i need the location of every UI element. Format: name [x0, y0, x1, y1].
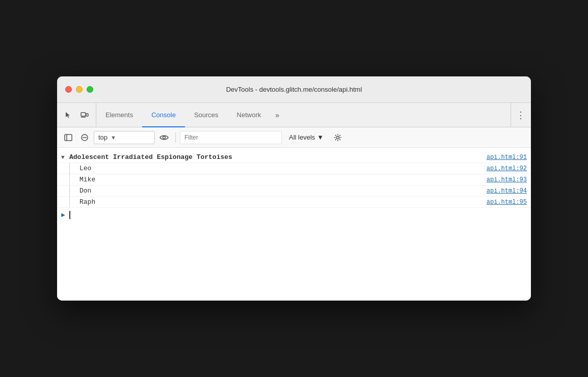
minimize-button[interactable] — [76, 86, 83, 93]
maximize-button[interactable] — [87, 86, 93, 93]
tabbar-right: ⋮ — [511, 103, 531, 127]
more-tabs-button[interactable]: » — [270, 103, 284, 127]
levels-label: All levels — [289, 133, 315, 141]
svg-rect-3 — [65, 134, 72, 141]
group-source-link[interactable]: api.html:91 — [487, 154, 527, 161]
options-button[interactable]: ⋮ — [516, 110, 526, 121]
tabs: Elements Console Sources Network » — [96, 103, 511, 127]
traffic-lights — [65, 86, 93, 93]
tab-elements[interactable]: Elements — [96, 103, 142, 127]
devtools-window: DevTools - devtools.glitch.me/console/ap… — [57, 76, 531, 301]
tabbar: Elements Console Sources Network » ⋮ — [57, 103, 531, 127]
context-arrow-icon: ▼ — [111, 134, 116, 141]
log-item-raph-text: Raph — [71, 198, 487, 206]
indent-line — [69, 174, 70, 185]
log-item-mike-text: Mike — [71, 176, 487, 183]
close-button[interactable] — [65, 86, 72, 93]
indent-line — [69, 163, 70, 174]
context-selector[interactable]: top ▼ — [94, 131, 155, 144]
log-item-leo-link[interactable]: api.html:92 — [487, 165, 527, 172]
console-output: ▼ Adolescent Irradiated Espionage Tortoi… — [57, 148, 531, 301]
log-item-leo-text: Leo — [71, 165, 487, 172]
tabbar-left-icons — [57, 103, 96, 127]
log-item-leo: Leo api.html:92 — [57, 163, 531, 174]
prompt-cursor — [69, 211, 70, 219]
tab-sources[interactable]: Sources — [185, 103, 228, 127]
svg-point-8 — [337, 136, 339, 139]
log-item-raph: Raph api.html:95 — [57, 197, 531, 208]
indent-line — [69, 197, 70, 207]
group-title: Adolescent Irradiated Espionage Tortoise… — [69, 153, 487, 161]
group-expand-arrow[interactable]: ▼ — [61, 154, 67, 160]
filter-input[interactable] — [180, 131, 282, 144]
indent-line — [69, 185, 70, 196]
log-group-header[interactable]: ▼ Adolescent Irradiated Espionage Tortoi… — [57, 152, 531, 163]
cursor-icon-button[interactable] — [61, 108, 75, 122]
console-toolbar: top ▼ All levels ▼ — [57, 127, 531, 148]
window-title: DevTools - devtools.glitch.me/console/ap… — [226, 86, 362, 93]
prompt-arrow-icon: ► — [61, 211, 65, 219]
console-prompt[interactable]: ► — [57, 208, 531, 222]
clear-console-button[interactable] — [77, 130, 92, 145]
svg-point-7 — [163, 136, 166, 139]
tab-console[interactable]: Console — [142, 103, 185, 127]
log-item-don: Don api.html:94 — [57, 185, 531, 197]
svg-rect-0 — [81, 113, 86, 116]
svg-rect-1 — [86, 114, 88, 116]
log-levels-button[interactable]: All levels ▼ — [284, 131, 329, 144]
levels-arrow-icon: ▼ — [317, 133, 324, 141]
tab-network[interactable]: Network — [228, 103, 271, 127]
log-item-raph-link[interactable]: api.html:95 — [487, 199, 527, 206]
console-settings-button[interactable] — [331, 130, 345, 145]
log-item-mike: Mike api.html:93 — [57, 174, 531, 185]
titlebar: DevTools - devtools.glitch.me/console/ap… — [57, 76, 531, 103]
live-expressions-button[interactable] — [157, 130, 171, 145]
log-item-don-text: Don — [71, 187, 487, 195]
log-item-don-link[interactable]: api.html:94 — [487, 187, 527, 195]
context-value: top — [98, 133, 108, 141]
log-item-mike-link[interactable]: api.html:93 — [487, 176, 527, 183]
sidebar-toggle-button[interactable] — [61, 130, 75, 145]
toolbar-divider — [175, 132, 176, 143]
device-icon-button[interactable] — [77, 108, 92, 122]
